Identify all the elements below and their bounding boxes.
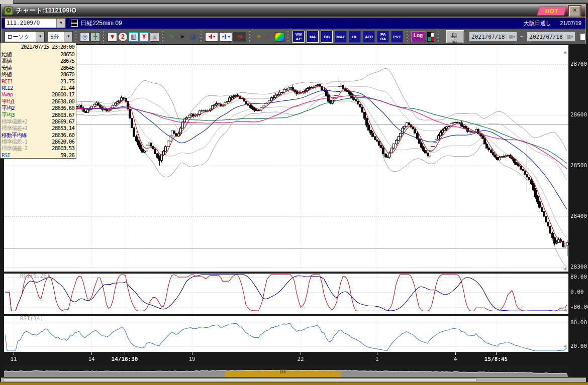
toolbar-separator: [200, 31, 203, 42]
price-axis-tick: 28600: [570, 111, 587, 118]
date-to-field[interactable]: 2021/07/18 ▦▾: [527, 32, 575, 42]
instrument-combo[interactable]: 111.2109/O ▼: [5, 18, 66, 28]
title-bar[interactable]: チャート:1112109/O HOT ✕: [2, 5, 585, 17]
time-axis-label: 15/8:45: [484, 356, 508, 362]
toolbar-separator: [437, 31, 439, 42]
hl-button[interactable]: HL: [349, 31, 361, 43]
chart-canvas[interactable]: [0, 44, 588, 385]
candle-shrink-icon[interactable]: ►▌◄: [219, 32, 232, 42]
candle-expand-icon[interactable]: ◄▌►: [205, 32, 218, 42]
data-panel-row: 標準偏差-128620.06: [1, 139, 76, 145]
date-from-field[interactable]: 2021/07/18 ▦▾: [469, 32, 517, 42]
web-icon[interactable]: ✳: [254, 32, 263, 42]
time-axis-label: 14/16:30: [112, 356, 138, 362]
splitter-arrow-icon[interactable]: ◀: [563, 267, 566, 271]
rci-axis-tick: -80.00: [570, 304, 588, 310]
price-axis-tick: 28400: [570, 213, 587, 219]
instrument-code: 111.2109/O: [5, 19, 56, 28]
ma-button[interactable]: MA: [307, 31, 319, 43]
toolbar-separator: [249, 31, 251, 42]
alert-icon[interactable]: ▲: [150, 32, 159, 42]
rci-pane-label: RCI(9,26): [20, 273, 50, 279]
session-label: 大阪日通し: [524, 20, 551, 26]
background-window-fragment: [0, 0, 14, 4]
chart-window-icon[interactable]: ▥: [129, 32, 138, 42]
background-window-edge: [0, 0, 588, 4]
info-2-icon[interactable]: 2: [118, 32, 128, 42]
indicator-buttons: VWAPMABBMAEHLATRPARAPVT: [291, 31, 404, 43]
time-axis-label: 11: [10, 356, 17, 362]
close-button[interactable]: ✕: [569, 6, 580, 17]
zoom-icon[interactable]: ◎: [80, 32, 89, 42]
navigator-window[interactable]: [225, 365, 341, 377]
chevron-down-icon[interactable]: ▼: [36, 32, 44, 42]
toolbar-separator: [287, 31, 289, 42]
data-panel-row: 移動平均線28636.60: [1, 132, 76, 139]
chevron-down-icon[interactable]: ▼: [56, 19, 65, 28]
chart-style-icon[interactable]: [427, 32, 434, 42]
pvt-button[interactable]: PVT: [391, 31, 403, 43]
rsi-pane-label: RSI(14): [20, 315, 43, 322]
session-date: 21/07/19: [560, 20, 581, 26]
data-panel-row: 平均228636.60: [1, 105, 76, 111]
rainbow-icon[interactable]: [275, 32, 284, 42]
time-axis-label: 19: [188, 356, 195, 362]
chart-type-combo[interactable]: ローソク ▼: [5, 31, 45, 42]
log-button[interactable]: Log: [411, 31, 425, 42]
rci-axis-tick: 0.00: [570, 289, 584, 295]
data-panel-row: RCI221.44: [1, 85, 76, 91]
session-info: 大阪日通し 21/07/19: [517, 20, 581, 27]
data-panel-row: RSI59.26: [1, 152, 76, 159]
chart-type-value: ローソク: [5, 32, 36, 42]
para-button[interactable]: PARA: [377, 31, 389, 43]
data-panel-row: 標準偏差-228603.53: [1, 145, 76, 152]
all-button[interactable]: ALL: [233, 32, 246, 42]
bb-button[interactable]: BB: [321, 31, 333, 43]
load-data-icon[interactable]: ▼: [108, 32, 117, 42]
hot-badge: HOT: [537, 7, 566, 16]
instrument-name: 日経225mini 09: [80, 19, 122, 28]
data-panel-rows: 始値28650高値28675安値28645終値28670RCI123.75RCI…: [1, 51, 76, 159]
chevron-down-icon[interactable]: ▼: [64, 32, 72, 42]
data-panel-row: 標準偏差+128653.14: [1, 125, 76, 132]
data-panel-row: 平均128638.00: [1, 98, 76, 105]
data-panel-timestamp: 2021/07/15 23:20:00: [1, 43, 76, 51]
tool-icon[interactable]: ∕: [264, 32, 274, 42]
board-icon: [71, 20, 78, 27]
period-button[interactable]: 期間: [446, 30, 464, 43]
range-checkbox[interactable]: [580, 33, 585, 41]
timeframe-combo[interactable]: 5分足 ▼: [48, 31, 73, 42]
timeframe-value: 5分足: [48, 32, 64, 42]
price-axis-tick: 28500: [570, 162, 587, 169]
splitter-arrow-icon[interactable]: ◀: [563, 344, 566, 348]
pencil-icon[interactable]: ✎: [167, 32, 176, 42]
rsi-axis-tick: 80.00: [570, 319, 587, 326]
calendar-icon[interactable]: ▦▾: [565, 34, 575, 39]
mae-button[interactable]: MAE: [335, 31, 347, 43]
data-panel-row: 平均328603.67: [1, 112, 76, 118]
date-to-value: 2021/07/18: [527, 34, 564, 40]
yen-icon[interactable]: ¥: [139, 32, 149, 42]
atr-button[interactable]: ATR: [363, 31, 375, 43]
vwap-button[interactable]: VWAP: [292, 31, 305, 43]
data-panel-row: RCI123.75: [1, 78, 76, 85]
splitter-arrow-icon[interactable]: ◀: [563, 50, 566, 55]
cursor-icon[interactable]: ➤: [177, 32, 187, 42]
rci-axis-tick: 80.00: [570, 274, 587, 280]
navigator[interactable]: [4, 365, 568, 377]
scrollbar-thumb[interactable]: [3, 378, 476, 382]
eraser-icon[interactable]: ◪: [188, 32, 198, 42]
time-axis-label: 14: [88, 356, 94, 362]
splitter-arrow-icon[interactable]: ◀: [563, 308, 566, 312]
window-title: チャート:1112109/O: [16, 6, 76, 15]
toolbar: ローソク ▼ 5分足 ▼ ◎╋▼2▥¥▲✎➤◪◄▌►►▌◄ALL✳∕ VWAPM…: [2, 29, 585, 45]
grid-icon[interactable]: ╋: [90, 32, 100, 42]
data-panel-row: 標準偏差+228669.67: [1, 118, 76, 125]
time-axis-label: 1: [375, 356, 379, 362]
calendar-icon[interactable]: ▦▾: [507, 34, 517, 39]
price-axis-tick: 28700: [570, 61, 587, 67]
data-panel: 2021/07/15 23:20:00 始値28650高値28675安値2864…: [0, 43, 76, 159]
data-panel-row: 高値28675: [1, 58, 76, 64]
toolbar-icons: ◎╋▼2▥¥▲✎➤◪◄▌►►▌◄ALL✳∕: [73, 31, 291, 42]
date-from-value: 2021/07/18: [469, 34, 507, 40]
